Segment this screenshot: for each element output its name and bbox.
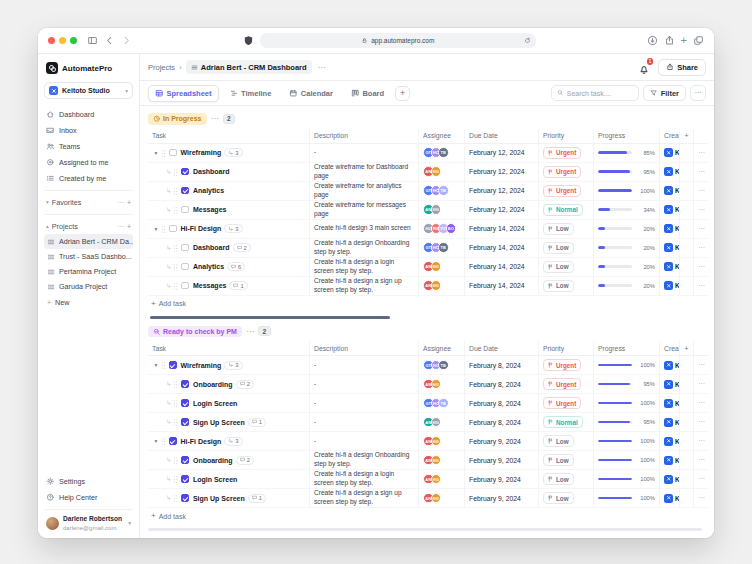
task-description[interactable]: Create wireframe for analytics page: [314, 182, 414, 199]
subtask-count-badge[interactable]: 3: [224, 437, 242, 446]
task-checkbox[interactable]: [169, 149, 177, 157]
horizontal-scrollbar-thumb[interactable]: [150, 316, 390, 319]
due-date[interactable]: February 12, 2024: [465, 144, 539, 163]
drag-handle[interactable]: [173, 475, 178, 483]
reload-icon[interactable]: [524, 37, 531, 44]
zoom-window-button[interactable]: [70, 37, 77, 44]
due-date[interactable]: February 14, 2024: [465, 220, 539, 239]
task-title[interactable]: Onboarding: [193, 381, 233, 388]
projects-add-button[interactable]: +: [127, 223, 131, 230]
task-title[interactable]: Dashboard: [193, 168, 230, 175]
column-header-assignee[interactable]: Assignee: [419, 129, 465, 144]
assignee-avatars[interactable]: ANHG: [423, 436, 441, 447]
column-header-description[interactable]: Description: [310, 341, 419, 356]
priority-badge[interactable]: Urgent: [543, 378, 581, 390]
priority-badge[interactable]: Urgent: [543, 185, 581, 197]
sidebar-item-dashboard[interactable]: Dashboard: [44, 106, 133, 122]
priority-badge[interactable]: Normal: [543, 416, 583, 428]
column-header-assignee[interactable]: Assignee: [419, 341, 465, 356]
task-title[interactable]: Messages: [193, 206, 226, 213]
subtask-count-badge[interactable]: 3: [224, 361, 242, 370]
due-date[interactable]: February 8, 2024: [465, 413, 539, 432]
drag-handle[interactable]: [173, 494, 178, 502]
task-checkbox[interactable]: [181, 456, 189, 464]
sidebar-item-help-center[interactable]: Help Center: [44, 489, 133, 505]
assignee-avatars[interactable]: ANHG: [423, 417, 441, 428]
task-title[interactable]: Sign Up Screen: [193, 419, 245, 426]
column-header-progress[interactable]: Progress: [594, 129, 660, 144]
task-checkbox[interactable]: [181, 418, 189, 426]
priority-badge[interactable]: Low: [543, 473, 574, 485]
column-header-due-date[interactable]: Due Date: [465, 129, 539, 144]
comment-count-badge[interactable]: 6: [227, 262, 245, 271]
due-date[interactable]: February 8, 2024: [465, 375, 539, 394]
task-title[interactable]: Analytics: [193, 187, 224, 194]
row-menu-button[interactable]: ⋯: [698, 494, 705, 502]
task-checkbox[interactable]: [181, 263, 189, 271]
task-checkbox[interactable]: [181, 475, 189, 483]
due-date[interactable]: February 8, 2024: [465, 356, 539, 375]
row-menu-button[interactable]: ⋯: [698, 380, 705, 388]
tab-overview-icon[interactable]: [693, 35, 704, 46]
drag-handle[interactable]: [161, 149, 166, 157]
due-date[interactable]: February 14, 2024: [465, 277, 539, 296]
expand-caret-icon[interactable]: ▾: [152, 226, 160, 232]
forward-button[interactable]: [121, 35, 132, 46]
sidebar-item-inbox[interactable]: Inbox: [44, 122, 133, 138]
sidebar-item-assigned-to-me[interactable]: Assigned to me: [44, 154, 133, 170]
task-title[interactable]: Login Screen: [193, 400, 237, 407]
app-logo[interactable]: AutomatePro: [44, 61, 133, 75]
drag-handle[interactable]: [173, 187, 178, 195]
row-menu-button[interactable]: ⋯: [698, 437, 705, 445]
assignee-avatars[interactable]: ANHG: [423, 204, 441, 215]
row-menu-button[interactable]: ⋯: [698, 282, 705, 290]
assignee-avatars[interactable]: ANHG: [423, 455, 441, 466]
toolbar-more-button[interactable]: ⋯: [690, 85, 706, 101]
assignee-avatars[interactable]: ANHG: [423, 493, 441, 504]
tab-board[interactable]: Board: [344, 85, 391, 102]
task-title[interactable]: Sign Up Screen: [193, 495, 245, 502]
row-menu-button[interactable]: ⋯: [698, 168, 705, 176]
task-description[interactable]: Create hi-fi a design Onboarding step by…: [314, 451, 414, 468]
search-input[interactable]: [567, 90, 633, 97]
tab-calendar[interactable]: Calendar: [282, 85, 340, 102]
task-title[interactable]: Hi-Fi Design: [181, 438, 222, 445]
sidebar-project-trust-saas-dashbo[interactable]: Trust - SaaS Dashbo...: [44, 249, 133, 264]
new-tab-button[interactable]: +: [681, 35, 687, 46]
sidebar-project-pertamina-project[interactable]: Pertamina Project: [44, 264, 133, 279]
drag-handle[interactable]: [161, 361, 166, 369]
tab-spreadsheet[interactable]: Spreadsheet: [148, 85, 219, 102]
task-checkbox[interactable]: [169, 225, 177, 233]
drag-handle[interactable]: [173, 168, 178, 176]
row-menu-button[interactable]: ⋯: [698, 475, 705, 483]
comment-count-badge[interactable]: 2: [236, 380, 254, 389]
add-view-button[interactable]: +: [395, 86, 410, 101]
task-title[interactable]: Analytics: [193, 263, 224, 270]
sidebar-item-teams[interactable]: Teams: [44, 138, 133, 154]
add-column-button[interactable]: +: [680, 129, 694, 144]
task-checkbox[interactable]: [181, 168, 189, 176]
priority-badge[interactable]: Low: [543, 223, 574, 235]
priority-badge[interactable]: Normal: [543, 204, 583, 216]
task-description[interactable]: Create hi-fi a design Onboarding step by…: [314, 239, 414, 256]
due-date[interactable]: February 12, 2024: [465, 163, 539, 182]
task-title[interactable]: Hi-Fi Design: [181, 225, 222, 232]
task-checkbox[interactable]: [181, 187, 189, 195]
minimize-window-button[interactable]: [59, 37, 66, 44]
new-project-button[interactable]: +New: [44, 294, 133, 311]
favorites-section-header[interactable]: ▾ Favorites ⋯ +: [44, 195, 133, 210]
task-checkbox[interactable]: [181, 244, 189, 252]
task-checkbox[interactable]: [181, 282, 189, 290]
task-title[interactable]: Login Screen: [193, 476, 237, 483]
task-checkbox[interactable]: [181, 206, 189, 214]
task-description[interactable]: Create wireframe for Dashboard page: [314, 163, 414, 180]
assignee-avatars[interactable]: GTHCTB: [423, 398, 449, 409]
workspace-switcher[interactable]: Keitoto Studio ▾: [44, 82, 133, 99]
task-checkbox[interactable]: [169, 361, 177, 369]
drag-handle[interactable]: [173, 206, 178, 214]
row-menu-button[interactable]: ⋯: [698, 149, 705, 157]
due-date[interactable]: February 9, 2024: [465, 489, 539, 508]
page-more-button[interactable]: ⋯: [316, 63, 328, 72]
due-date[interactable]: February 14, 2024: [465, 258, 539, 277]
assignee-avatars[interactable]: ANHG: [423, 280, 441, 291]
